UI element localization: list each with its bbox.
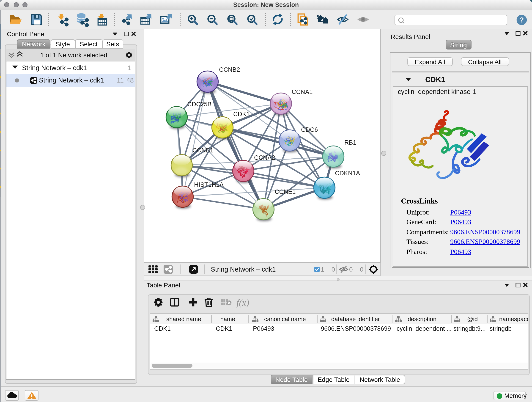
svg-text:CDK1: CDK1	[233, 110, 250, 117]
svg-text:CDC6: CDC6	[301, 126, 318, 133]
svg-text:CCNB1: CCNB1	[192, 147, 214, 153]
svg-text:?: ?	[520, 16, 524, 24]
svg-text:CCNA2: CCNA2	[254, 154, 275, 161]
svg-text:CDKN1A: CDKN1A	[335, 170, 360, 177]
svg-text:String Network – cdk1: String Network – cdk1	[22, 64, 87, 71]
svg-text:cyclin–dependent ...: cyclin–dependent ...	[396, 325, 451, 332]
svg-text:description: description	[407, 315, 436, 322]
svg-text:CCNA1: CCNA1	[292, 88, 313, 95]
svg-text:1: 1	[128, 64, 132, 71]
svg-text:f(x): f(x)	[236, 297, 249, 307]
svg-text:1 – 0: 1 – 0	[321, 266, 335, 273]
svg-text:HIST1H1A: HIST1H1A	[194, 181, 224, 188]
svg-text:namespace: namespace	[499, 315, 528, 322]
svg-text:CCNE1: CCNE1	[275, 188, 296, 195]
svg-text:database identifier: database identifier	[331, 315, 380, 322]
svg-text:CDK1: CDK1	[154, 325, 171, 332]
svg-text:CDK1: CDK1	[215, 325, 232, 332]
svg-text:String Network – cdk1: String Network – cdk1	[211, 265, 276, 273]
svg-text:String Network – cdk1: String Network – cdk1	[39, 77, 104, 84]
svg-text:P06493: P06493	[253, 325, 274, 332]
svg-text:stringdb: stringdb	[489, 325, 511, 332]
svg-text:shared name: shared name	[166, 315, 201, 322]
svg-text:canonical name: canonical name	[264, 315, 306, 322]
svg-text:0 – 0: 0 – 0	[349, 266, 363, 273]
svg-text:stringdb:9...: stringdb:9...	[453, 325, 486, 332]
svg-text:CDC25B: CDC25B	[187, 101, 212, 108]
svg-text:9606.ENSP00000378699: 9606.ENSP00000378699	[321, 325, 391, 332]
svg-text:48: 48	[127, 77, 134, 84]
svg-text:@id: @id	[467, 315, 478, 322]
svg-text:1 of 1 Network selected: 1 of 1 Network selected	[40, 51, 108, 59]
svg-text:11: 11	[117, 77, 124, 84]
svg-text:name: name	[220, 315, 235, 322]
svg-text:CCNB2: CCNB2	[219, 66, 240, 73]
svg-text:RB1: RB1	[344, 139, 356, 146]
